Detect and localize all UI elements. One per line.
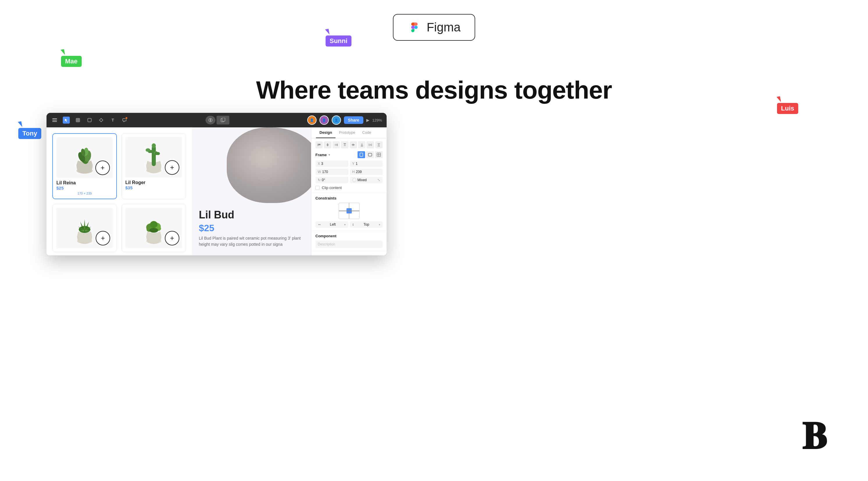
align-middle-v-icon[interactable] <box>350 141 357 148</box>
x-coord-box[interactable]: X 3 <box>315 160 348 167</box>
w-coord-box[interactable]: W 170 <box>315 169 348 175</box>
svg-rect-45 <box>361 146 363 147</box>
w-value: 170 <box>322 170 328 174</box>
share-button[interactable]: Share <box>344 116 363 124</box>
h-label: H <box>352 170 355 174</box>
h-value: 239 <box>356 170 362 174</box>
align-left-icon[interactable] <box>315 141 323 148</box>
tab-prototype[interactable]: Prototype <box>336 127 359 138</box>
frame-label-group: Frame ▾ <box>315 153 330 157</box>
detail-plant-desc: Lil Bud Plant is paired wit ceramic pot … <box>199 235 304 247</box>
card-roger-name: Lil Roger <box>125 180 182 185</box>
distribute-v-icon[interactable] <box>375 141 382 148</box>
component-label: Component <box>315 234 382 238</box>
constraints-label: Constraints <box>315 196 382 200</box>
svg-rect-7 <box>76 121 80 121</box>
cursor-mae: Mae <box>61 50 82 67</box>
svg-rect-44 <box>352 144 354 146</box>
svg-rect-41 <box>344 143 346 144</box>
card-reina-img: + <box>56 137 113 178</box>
constraint-v-chevron: ▾ <box>379 223 380 226</box>
plant-card-lower2[interactable]: + <box>122 204 186 252</box>
svg-rect-50 <box>378 143 380 144</box>
align-section: Frame ▾ <box>311 139 386 193</box>
svg-rect-34 <box>318 144 318 146</box>
constraint-h-select[interactable]: ↔ Left ▾ <box>315 221 348 228</box>
svg-rect-36 <box>318 144 320 145</box>
canvas-body: + Lil Reina $25 170 × 239 <box>46 127 386 255</box>
add-reina-btn[interactable]: + <box>95 160 110 175</box>
constraint-h-value: Left <box>330 222 336 227</box>
plant-reina-illustration <box>71 140 98 175</box>
toggle-btn[interactable] <box>206 116 215 124</box>
text-tool-icon[interactable]: T <box>109 117 116 124</box>
rotation-value: 0° <box>322 178 325 182</box>
align-right-icon[interactable] <box>333 141 340 148</box>
figma-wordmark: Figma <box>427 20 461 34</box>
svg-rect-38 <box>327 144 329 146</box>
y-label: Y <box>352 162 354 166</box>
y-coord-box[interactable]: Y 1 <box>350 160 383 167</box>
frame-chevron[interactable]: ▾ <box>329 153 330 157</box>
plant-cards-column: + Lil Reina $25 170 × 239 <box>46 127 192 255</box>
plant-card-roger[interactable]: + Lil Roger $35 <box>122 133 186 199</box>
svg-rect-2 <box>52 121 57 122</box>
tab-design[interactable]: Design <box>316 127 336 138</box>
frame-buttons <box>358 151 382 158</box>
frame-tool-icon[interactable] <box>74 117 82 124</box>
resize-icon: ⤡ <box>377 178 380 182</box>
figma-logo-box: Figma <box>393 14 475 41</box>
add-lower1-btn[interactable]: + <box>96 231 110 245</box>
luis-cursor-arrow <box>776 96 781 103</box>
plant-card-lower1[interactable]: + <box>52 204 117 252</box>
mock-toolbar: T <box>46 113 386 127</box>
toolbar-center <box>132 116 303 124</box>
zoom-label: 129% <box>372 118 382 122</box>
add-roger-btn[interactable]: + <box>165 160 179 175</box>
toolbar-avatar-1: 👤 <box>307 116 316 125</box>
figma-icon <box>407 20 422 34</box>
mixed-box[interactable]: Mixed ⤡ <box>350 177 383 183</box>
cursor-tony: Tony <box>18 122 41 139</box>
rotation-icon: ↻ <box>318 178 321 182</box>
svg-rect-47 <box>369 144 369 146</box>
constraint-h-arrow: ↔ <box>318 222 321 227</box>
mixed-value: Mixed <box>358 178 367 182</box>
pen-tool-icon[interactable] <box>98 117 105 124</box>
rotation-box[interactable]: ↻ 0° <box>315 177 348 183</box>
svg-rect-4 <box>77 118 78 122</box>
add-lower2-btn[interactable]: + <box>165 231 179 245</box>
distribute-h-icon[interactable] <box>367 141 374 148</box>
svg-rect-0 <box>52 118 57 119</box>
page-headline: Where teams designs together <box>256 76 612 104</box>
align-center-h-icon[interactable] <box>324 141 331 148</box>
hamburger-icon[interactable] <box>51 117 58 124</box>
align-top-icon[interactable] <box>341 141 348 148</box>
play-btn[interactable]: ▶ <box>366 118 369 122</box>
h-coord-box[interactable]: H 239 <box>350 169 383 175</box>
copy-btn[interactable] <box>217 116 229 124</box>
stone-decoration <box>227 127 311 203</box>
align-bottom-icon[interactable] <box>358 141 365 148</box>
plant-card-reina[interactable]: + Lil Reina $25 170 × 239 <box>52 133 117 199</box>
frame-icon-grid[interactable] <box>375 151 382 158</box>
move-tool-icon[interactable] <box>63 117 70 124</box>
constraint-h-chevron: ▾ <box>344 223 346 226</box>
toolbar-avatar-2: 👤 <box>319 116 329 125</box>
mae-cursor-arrow <box>60 49 65 56</box>
svg-rect-3 <box>76 118 80 122</box>
description-placeholder[interactable]: Description <box>315 241 382 248</box>
comment-tool-icon[interactable] <box>121 117 128 124</box>
tab-code[interactable]: Code <box>359 127 375 138</box>
svg-rect-51 <box>378 146 380 146</box>
w-label: W <box>318 170 321 174</box>
clip-content-checkbox[interactable] <box>315 186 319 190</box>
svg-rect-42 <box>344 144 346 146</box>
shape-tool-icon[interactable] <box>86 117 93 124</box>
frame-icon-phone[interactable] <box>358 151 365 158</box>
component-section: Component Description <box>311 231 386 251</box>
frame-icon-landscape[interactable] <box>366 151 374 158</box>
svg-rect-1 <box>52 120 57 120</box>
constraint-v-select[interactable]: ↕ Top ▾ <box>350 221 383 228</box>
constraint-diagram <box>339 203 360 219</box>
